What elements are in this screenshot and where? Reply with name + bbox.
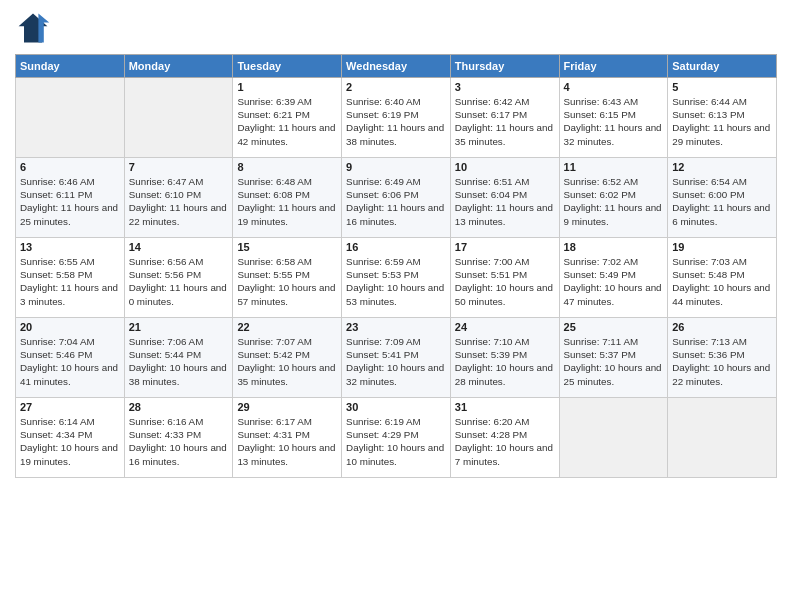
calendar-cell: 13Sunrise: 6:55 AM Sunset: 5:58 PM Dayli… [16, 238, 125, 318]
day-info: Sunrise: 6:47 AM Sunset: 6:10 PM Dayligh… [129, 175, 229, 228]
calendar-cell: 1Sunrise: 6:39 AM Sunset: 6:21 PM Daylig… [233, 78, 342, 158]
logo-icon [15, 10, 51, 46]
day-info: Sunrise: 6:48 AM Sunset: 6:08 PM Dayligh… [237, 175, 337, 228]
calendar-body: 1Sunrise: 6:39 AM Sunset: 6:21 PM Daylig… [16, 78, 777, 478]
calendar-cell: 3Sunrise: 6:42 AM Sunset: 6:17 PM Daylig… [450, 78, 559, 158]
day-info: Sunrise: 6:55 AM Sunset: 5:58 PM Dayligh… [20, 255, 120, 308]
calendar-cell: 9Sunrise: 6:49 AM Sunset: 6:06 PM Daylig… [342, 158, 451, 238]
weekday-header: Wednesday [342, 55, 451, 78]
calendar-cell [668, 398, 777, 478]
svg-marker-1 [38, 14, 49, 43]
calendar-week: 20Sunrise: 7:04 AM Sunset: 5:46 PM Dayli… [16, 318, 777, 398]
day-number: 27 [20, 401, 120, 413]
day-number: 4 [564, 81, 664, 93]
weekday-header: Sunday [16, 55, 125, 78]
day-info: Sunrise: 7:06 AM Sunset: 5:44 PM Dayligh… [129, 335, 229, 388]
day-number: 8 [237, 161, 337, 173]
day-info: Sunrise: 6:54 AM Sunset: 6:00 PM Dayligh… [672, 175, 772, 228]
calendar-cell: 2Sunrise: 6:40 AM Sunset: 6:19 PM Daylig… [342, 78, 451, 158]
page: SundayMondayTuesdayWednesdayThursdayFrid… [0, 0, 792, 612]
weekday-header: Friday [559, 55, 668, 78]
calendar-cell: 30Sunrise: 6:19 AM Sunset: 4:29 PM Dayli… [342, 398, 451, 478]
day-info: Sunrise: 6:40 AM Sunset: 6:19 PM Dayligh… [346, 95, 446, 148]
day-info: Sunrise: 6:14 AM Sunset: 4:34 PM Dayligh… [20, 415, 120, 468]
day-info: Sunrise: 6:42 AM Sunset: 6:17 PM Dayligh… [455, 95, 555, 148]
day-number: 14 [129, 241, 229, 253]
day-info: Sunrise: 7:13 AM Sunset: 5:36 PM Dayligh… [672, 335, 772, 388]
day-info: Sunrise: 6:43 AM Sunset: 6:15 PM Dayligh… [564, 95, 664, 148]
calendar-week: 1Sunrise: 6:39 AM Sunset: 6:21 PM Daylig… [16, 78, 777, 158]
day-info: Sunrise: 7:03 AM Sunset: 5:48 PM Dayligh… [672, 255, 772, 308]
day-number: 25 [564, 321, 664, 333]
day-number: 24 [455, 321, 555, 333]
day-number: 5 [672, 81, 772, 93]
day-info: Sunrise: 7:02 AM Sunset: 5:49 PM Dayligh… [564, 255, 664, 308]
day-info: Sunrise: 7:09 AM Sunset: 5:41 PM Dayligh… [346, 335, 446, 388]
weekday-header: Thursday [450, 55, 559, 78]
calendar-cell: 20Sunrise: 7:04 AM Sunset: 5:46 PM Dayli… [16, 318, 125, 398]
day-number: 7 [129, 161, 229, 173]
calendar-cell: 31Sunrise: 6:20 AM Sunset: 4:28 PM Dayli… [450, 398, 559, 478]
calendar-cell [16, 78, 125, 158]
day-number: 15 [237, 241, 337, 253]
calendar-cell: 5Sunrise: 6:44 AM Sunset: 6:13 PM Daylig… [668, 78, 777, 158]
day-number: 12 [672, 161, 772, 173]
calendar-cell: 4Sunrise: 6:43 AM Sunset: 6:15 PM Daylig… [559, 78, 668, 158]
day-info: Sunrise: 6:20 AM Sunset: 4:28 PM Dayligh… [455, 415, 555, 468]
day-number: 19 [672, 241, 772, 253]
day-info: Sunrise: 7:11 AM Sunset: 5:37 PM Dayligh… [564, 335, 664, 388]
day-info: Sunrise: 6:46 AM Sunset: 6:11 PM Dayligh… [20, 175, 120, 228]
day-info: Sunrise: 6:19 AM Sunset: 4:29 PM Dayligh… [346, 415, 446, 468]
calendar-header: SundayMondayTuesdayWednesdayThursdayFrid… [16, 55, 777, 78]
calendar-cell: 28Sunrise: 6:16 AM Sunset: 4:33 PM Dayli… [124, 398, 233, 478]
calendar-cell: 27Sunrise: 6:14 AM Sunset: 4:34 PM Dayli… [16, 398, 125, 478]
calendar-cell: 26Sunrise: 7:13 AM Sunset: 5:36 PM Dayli… [668, 318, 777, 398]
day-number: 3 [455, 81, 555, 93]
day-number: 9 [346, 161, 446, 173]
day-number: 28 [129, 401, 229, 413]
day-info: Sunrise: 7:04 AM Sunset: 5:46 PM Dayligh… [20, 335, 120, 388]
calendar-cell: 14Sunrise: 6:56 AM Sunset: 5:56 PM Dayli… [124, 238, 233, 318]
header [15, 10, 777, 46]
day-number: 18 [564, 241, 664, 253]
day-info: Sunrise: 6:52 AM Sunset: 6:02 PM Dayligh… [564, 175, 664, 228]
day-info: Sunrise: 6:44 AM Sunset: 6:13 PM Dayligh… [672, 95, 772, 148]
calendar-cell: 21Sunrise: 7:06 AM Sunset: 5:44 PM Dayli… [124, 318, 233, 398]
day-number: 6 [20, 161, 120, 173]
calendar-cell: 24Sunrise: 7:10 AM Sunset: 5:39 PM Dayli… [450, 318, 559, 398]
weekday-row: SundayMondayTuesdayWednesdayThursdayFrid… [16, 55, 777, 78]
day-info: Sunrise: 6:16 AM Sunset: 4:33 PM Dayligh… [129, 415, 229, 468]
calendar-cell: 16Sunrise: 6:59 AM Sunset: 5:53 PM Dayli… [342, 238, 451, 318]
day-number: 29 [237, 401, 337, 413]
day-number: 23 [346, 321, 446, 333]
weekday-header: Saturday [668, 55, 777, 78]
calendar-cell: 29Sunrise: 6:17 AM Sunset: 4:31 PM Dayli… [233, 398, 342, 478]
day-info: Sunrise: 7:07 AM Sunset: 5:42 PM Dayligh… [237, 335, 337, 388]
weekday-header: Tuesday [233, 55, 342, 78]
calendar-cell: 8Sunrise: 6:48 AM Sunset: 6:08 PM Daylig… [233, 158, 342, 238]
calendar-week: 13Sunrise: 6:55 AM Sunset: 5:58 PM Dayli… [16, 238, 777, 318]
day-info: Sunrise: 6:58 AM Sunset: 5:55 PM Dayligh… [237, 255, 337, 308]
day-number: 1 [237, 81, 337, 93]
day-info: Sunrise: 6:56 AM Sunset: 5:56 PM Dayligh… [129, 255, 229, 308]
weekday-header: Monday [124, 55, 233, 78]
day-info: Sunrise: 6:59 AM Sunset: 5:53 PM Dayligh… [346, 255, 446, 308]
calendar-cell: 11Sunrise: 6:52 AM Sunset: 6:02 PM Dayli… [559, 158, 668, 238]
calendar-week: 6Sunrise: 6:46 AM Sunset: 6:11 PM Daylig… [16, 158, 777, 238]
day-number: 10 [455, 161, 555, 173]
day-number: 2 [346, 81, 446, 93]
day-number: 30 [346, 401, 446, 413]
calendar-cell [559, 398, 668, 478]
calendar-cell: 10Sunrise: 6:51 AM Sunset: 6:04 PM Dayli… [450, 158, 559, 238]
day-info: Sunrise: 6:17 AM Sunset: 4:31 PM Dayligh… [237, 415, 337, 468]
calendar-cell: 15Sunrise: 6:58 AM Sunset: 5:55 PM Dayli… [233, 238, 342, 318]
calendar-cell: 17Sunrise: 7:00 AM Sunset: 5:51 PM Dayli… [450, 238, 559, 318]
calendar-cell: 25Sunrise: 7:11 AM Sunset: 5:37 PM Dayli… [559, 318, 668, 398]
calendar-week: 27Sunrise: 6:14 AM Sunset: 4:34 PM Dayli… [16, 398, 777, 478]
calendar-cell [124, 78, 233, 158]
day-info: Sunrise: 6:51 AM Sunset: 6:04 PM Dayligh… [455, 175, 555, 228]
day-info: Sunrise: 6:49 AM Sunset: 6:06 PM Dayligh… [346, 175, 446, 228]
calendar-cell: 12Sunrise: 6:54 AM Sunset: 6:00 PM Dayli… [668, 158, 777, 238]
calendar: SundayMondayTuesdayWednesdayThursdayFrid… [15, 54, 777, 478]
day-number: 26 [672, 321, 772, 333]
